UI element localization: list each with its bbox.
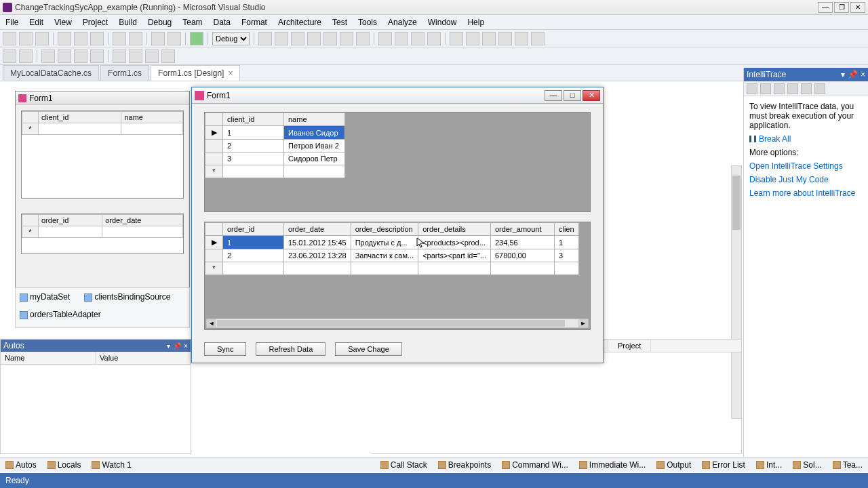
toolbar-icon[interactable] bbox=[787, 83, 798, 94]
col-name[interactable]: Name bbox=[1, 352, 96, 364]
close-icon[interactable]: × bbox=[228, 68, 233, 78]
col-order-id[interactable]: order_id bbox=[223, 223, 284, 236]
menu-debug[interactable]: Debug bbox=[142, 18, 177, 27]
minimize-button[interactable]: — bbox=[818, 2, 833, 13]
tab-breakpoints[interactable]: Breakpoints bbox=[433, 459, 496, 471]
toolbar-icon[interactable] bbox=[129, 32, 142, 45]
toolbar-icon[interactable] bbox=[19, 32, 33, 45]
toolbar-icon[interactable] bbox=[113, 49, 126, 63]
tab-sol[interactable]: Sol... bbox=[787, 459, 827, 471]
learn-more-link[interactable]: Learn more about IntelliTrace bbox=[749, 188, 863, 198]
menu-tools[interactable]: Tools bbox=[353, 18, 382, 27]
tab-form1-design[interactable]: Form1.cs [Design]× bbox=[151, 65, 240, 81]
form-minimize-button[interactable]: — bbox=[545, 90, 562, 101]
toolbar-icon[interactable] bbox=[450, 32, 463, 45]
tab-output[interactable]: Output bbox=[651, 459, 696, 471]
save-button[interactable]: Save Chage bbox=[335, 342, 402, 356]
toolbar-icon[interactable] bbox=[747, 83, 757, 94]
toolbar-icon[interactable] bbox=[35, 32, 49, 45]
toolbar-icon[interactable] bbox=[466, 32, 479, 45]
toolbar-icon[interactable] bbox=[291, 32, 304, 45]
tray-clientsbindingsource[interactable]: clientsBindingSource bbox=[84, 292, 170, 302]
toolbar-icon[interactable] bbox=[498, 32, 512, 45]
designer-clients-grid[interactable]: client_idname * bbox=[21, 110, 184, 199]
tab-tea[interactable]: Tea... bbox=[827, 459, 868, 471]
toolbar-icon[interactable] bbox=[90, 32, 104, 45]
tray-mydataset[interactable]: myDataSet bbox=[20, 292, 70, 302]
menu-window[interactable]: Window bbox=[422, 18, 462, 27]
table-row[interactable]: ▶115.01.2012 15:45Продукты с д...<produc… bbox=[205, 236, 579, 249]
tray-orderstableadapter[interactable]: ordersTableAdapter bbox=[20, 310, 101, 319]
toolbar-icon[interactable] bbox=[427, 32, 441, 45]
tab-autos[interactable]: Autos bbox=[0, 459, 42, 471]
pin-icon[interactable]: 📌 bbox=[173, 342, 181, 350]
toolbar-icon[interactable] bbox=[58, 49, 71, 63]
toolbar-icon[interactable] bbox=[395, 32, 408, 45]
close-button[interactable]: ✕ bbox=[850, 2, 865, 13]
tab-int[interactable]: Int... bbox=[751, 459, 787, 471]
col-name[interactable]: name bbox=[284, 113, 345, 126]
toolbar-icon[interactable] bbox=[90, 49, 104, 63]
toolbar-icon[interactable] bbox=[74, 32, 87, 45]
menu-help[interactable]: Help bbox=[462, 18, 490, 27]
open-settings-link[interactable]: Open IntelliTrace Settings bbox=[749, 161, 863, 171]
menu-file[interactable]: File bbox=[0, 18, 24, 27]
dropdown-icon[interactable]: ▾ bbox=[841, 70, 845, 79]
menu-architecture[interactable]: Architecture bbox=[273, 18, 327, 27]
tab-form1-cs[interactable]: Form1.cs bbox=[100, 65, 149, 81]
new-row[interactable]: * bbox=[205, 262, 579, 275]
toolbar-icon[interactable] bbox=[258, 32, 272, 45]
form1-titlebar[interactable]: Form1 — □ ✕ bbox=[192, 87, 603, 104]
toolbar-icon[interactable] bbox=[113, 32, 126, 45]
table-row[interactable]: 223.06.2012 13:28Запчасти к сам...<parts… bbox=[205, 249, 579, 262]
toolbar-icon[interactable] bbox=[531, 32, 545, 45]
tab-mylocaldatacache[interactable]: MyLocalDataCache.cs bbox=[3, 65, 99, 81]
col-project[interactable]: Project bbox=[608, 340, 651, 352]
form-maximize-button[interactable]: □ bbox=[564, 90, 581, 101]
toolbar-icon[interactable] bbox=[307, 32, 321, 45]
form-close-button[interactable]: ✕ bbox=[583, 90, 600, 101]
toolbar-icon[interactable] bbox=[801, 83, 812, 94]
dropdown-icon[interactable]: ▾ bbox=[167, 342, 170, 350]
col-value[interactable]: Value bbox=[96, 352, 191, 364]
toolbar-icon[interactable] bbox=[3, 49, 16, 63]
orders-datagrid[interactable]: order_id order_date order_description or… bbox=[204, 222, 591, 330]
toolbar-icon[interactable] bbox=[41, 49, 55, 63]
menu-test[interactable]: Test bbox=[327, 18, 353, 27]
menu-format[interactable]: Format bbox=[236, 18, 273, 27]
toolbar-icon[interactable] bbox=[167, 32, 181, 45]
tab-callstack[interactable]: Call Stack bbox=[375, 459, 433, 471]
toolbar-icon[interactable] bbox=[74, 49, 87, 63]
refresh-button[interactable]: Refresh Data bbox=[256, 342, 326, 356]
config-select[interactable]: Debug bbox=[212, 32, 250, 45]
toolbar-icon[interactable] bbox=[515, 32, 528, 45]
toolbar-icon[interactable] bbox=[129, 49, 142, 63]
toolbar-icon[interactable] bbox=[356, 32, 370, 45]
col-client-id[interactable]: client_id bbox=[223, 113, 284, 126]
toolbar-icon[interactable] bbox=[275, 32, 288, 45]
menu-view[interactable]: View bbox=[49, 18, 77, 27]
toolbar-icon[interactable] bbox=[161, 49, 175, 63]
toolbar-icon[interactable] bbox=[340, 32, 353, 45]
tab-watch1[interactable]: Watch 1 bbox=[86, 459, 137, 471]
menu-build[interactable]: Build bbox=[113, 18, 142, 27]
table-row[interactable]: ▶1Иванов Сидор bbox=[205, 126, 345, 140]
tab-immediate[interactable]: Immediate Wi... bbox=[574, 459, 651, 471]
col-order-description[interactable]: order_description bbox=[351, 223, 418, 236]
toolbar-icon[interactable] bbox=[760, 83, 771, 94]
close-icon[interactable]: × bbox=[861, 70, 865, 79]
col-order-amount[interactable]: order_amount bbox=[490, 223, 554, 236]
col-order-details[interactable]: order_details bbox=[418, 223, 491, 236]
toolbar-icon[interactable] bbox=[19, 49, 33, 63]
toolbar-icon[interactable] bbox=[482, 32, 496, 45]
disable-jmc-link[interactable]: Disable Just My Code bbox=[749, 175, 863, 184]
toolbar-icon[interactable] bbox=[145, 49, 159, 63]
toolbar-icon[interactable] bbox=[3, 32, 16, 45]
col-client[interactable]: clien bbox=[554, 223, 578, 236]
menu-edit[interactable]: Edit bbox=[24, 18, 49, 27]
sync-button[interactable]: Sync bbox=[204, 342, 246, 356]
toolbar-icon[interactable] bbox=[774, 83, 785, 94]
table-row[interactable]: 3Сидоров Петр bbox=[205, 152, 345, 165]
menu-team[interactable]: Team bbox=[177, 18, 208, 27]
menu-project[interactable]: Project bbox=[77, 18, 113, 27]
